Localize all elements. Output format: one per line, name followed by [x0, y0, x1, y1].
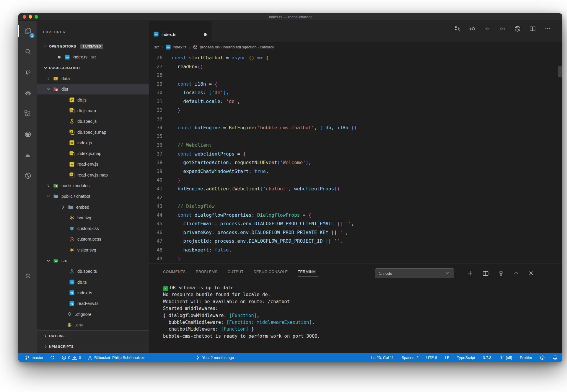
- status-item-you-2-months-ago[interactable]: You, 2 months ago: [195, 355, 234, 360]
- tree-item-visitor.svg[interactable]: visitor.svg: [37, 245, 149, 255]
- status-item-lf[interactable]: LF: [445, 355, 449, 360]
- terminal-cursor: [163, 340, 166, 345]
- mountain-icon[interactable]: [18, 145, 37, 165]
- indent-guide: [57, 277, 57, 288]
- tree-item-custom.css[interactable]: 3custom.css: [37, 223, 149, 234]
- tree-item-index.ts[interactable]: TSindex.ts: [37, 288, 149, 298]
- terminal-output[interactable]: ✓DB Schema is up to dateNo resource bund…: [149, 280, 562, 353]
- status-item-spaces-2[interactable]: Spaces: 2: [401, 355, 418, 360]
- status-item-bell[interactable]: [553, 355, 558, 360]
- breadcrumb-item[interactable]: TSindex.ts: [166, 45, 187, 50]
- nav-middle-icon[interactable]: [484, 25, 491, 33]
- status-item-3-7-3[interactable]: 3.7.3: [483, 355, 491, 360]
- svg-text:TS: TS: [154, 33, 158, 36]
- editor-area: TS index.ts src›TSindex.ts›process.on('u…: [149, 21, 562, 353]
- tree-item-index.js[interactable]: JSindex.js: [37, 138, 149, 148]
- status-item-bitbucket-philip-sch-nholzer[interactable]: Bitbucket: Philip Schönholzer:: [87, 355, 145, 360]
- line-number: 28: [149, 71, 162, 80]
- split-editor-icon[interactable]: [482, 270, 489, 277]
- status-item-utf-8[interactable]: UTF-8: [426, 355, 437, 360]
- tree-item-bot.svg[interactable]: bot.svg: [37, 213, 149, 223]
- tree-item-dist[interactable]: dist: [37, 84, 149, 94]
- indent-guide: [57, 234, 57, 244]
- tree-item-data[interactable]: data: [37, 73, 149, 84]
- git-compare-icon[interactable]: [454, 25, 461, 33]
- split-editor-icon[interactable]: [529, 25, 536, 33]
- vscode-window: index.ts — roche-chatbot 1 EXPLORER OPEN…: [18, 13, 562, 362]
- tree-item-read-env.js[interactable]: JSread-env.js: [37, 159, 149, 169]
- tree-item-db.js.map[interactable]: JSdb.js.map: [37, 105, 149, 116]
- panel-tab-terminal[interactable]: TERMINAL: [298, 270, 317, 277]
- breadcrumb-item[interactable]: src: [154, 45, 159, 49]
- tree-item-read-env.ts[interactable]: TSread-env.ts: [37, 298, 149, 309]
- more-icon[interactable]: [544, 25, 551, 33]
- panel-tab-comments[interactable]: COMMENTS: [163, 270, 186, 277]
- trash-icon[interactable]: [498, 270, 504, 277]
- code-line-36: 36 // Webclient: [149, 141, 562, 150]
- github-icon[interactable]: [18, 124, 37, 145]
- status-item-sync[interactable]: [50, 355, 55, 360]
- close-icon[interactable]: [528, 270, 534, 277]
- tree-item-.env[interactable]: .env: [37, 320, 149, 330]
- search-icon[interactable]: [18, 41, 37, 62]
- tree-item-public---chatbot[interactable]: public / chatbot: [37, 191, 149, 202]
- code-line-45: 45 clientEmail: process.env.DIALOGFLOW_P…: [149, 219, 562, 228]
- breadcrumb-item[interactable]: process.on('unhandledRejection') callbac…: [193, 45, 274, 50]
- editor-scrollbar[interactable]: [558, 66, 562, 77]
- extensions-icon[interactable]: [18, 103, 37, 124]
- status-item-smiley[interactable]: [540, 355, 545, 360]
- terminal-line: No resource bundle found for locale de.: [163, 291, 562, 298]
- tree-item-read-env.js.map[interactable]: JSread-env.js.map: [37, 170, 149, 180]
- status-item-prettier[interactable]: Prettier: [520, 355, 532, 360]
- zoom-window-button[interactable]: [35, 15, 38, 19]
- tree-item-index.js.map[interactable]: JSindex.js.map: [37, 148, 149, 159]
- status-item-typescript[interactable]: TypeScript: [457, 355, 475, 360]
- sidebar-section-outline[interactable]: OUTLINE: [37, 330, 149, 341]
- plus-icon[interactable]: [467, 270, 473, 277]
- tree-item-db.ts[interactable]: TSdb.ts: [37, 277, 149, 288]
- line-number: 49: [149, 254, 162, 263]
- tree-item-db.spec.ts[interactable]: db.spec.ts: [37, 266, 149, 277]
- code-editor[interactable]: 26const startChatbot = async () => {27 r…: [149, 52, 562, 264]
- status-item-0[interactable]: 00: [61, 355, 81, 360]
- terminal-line: bubbleCmsMiddleware: [Function: middlewa…: [163, 319, 562, 326]
- nav-back-icon[interactable]: [469, 25, 476, 33]
- minimize-window-button[interactable]: [29, 15, 32, 19]
- close-window-button[interactable]: [23, 15, 26, 19]
- run-circle-icon[interactable]: [514, 25, 521, 33]
- line-number: 36: [149, 141, 162, 150]
- folder-node-icon: [52, 183, 60, 188]
- debug-icon[interactable]: [18, 83, 37, 103]
- terminal-line: chatbotMiddleware: [Function] }: [163, 326, 562, 333]
- chevron-right-icon: [45, 183, 52, 188]
- tree-item-db.js[interactable]: JSdb.js: [37, 94, 149, 105]
- tree-item-custom.pcss[interactable]: custom.pcss: [37, 234, 149, 244]
- open-editor-item-index-ts[interactable]: TS index.ts src: [37, 52, 149, 62]
- status-item-off[interactable]: [off]: [499, 355, 512, 360]
- status-item-ln-23-col-11[interactable]: Ln 23, Col 11: [371, 355, 394, 360]
- tree-item-db.spec.js.map[interactable]: JSdb.spec.js.map: [37, 127, 149, 137]
- tab-index-ts[interactable]: TS index.ts: [149, 21, 211, 42]
- panel-tab-debug-console[interactable]: DEBUG CONSOLE: [254, 270, 288, 277]
- sidebar-section-npm-scripts[interactable]: NPM SCRIPTS: [37, 341, 149, 352]
- panel-tab-problems[interactable]: PROBLEMS: [196, 270, 217, 277]
- tree-item-embed[interactable]: embed: [37, 202, 149, 212]
- panel-tab-output[interactable]: OUTPUT: [227, 270, 243, 277]
- open-editors-section-header[interactable]: OPEN EDITORS 1 UNSAVED: [37, 41, 149, 52]
- tree-item-db.spec.js[interactable]: db.spec.js: [37, 116, 149, 127]
- source-control-icon[interactable]: [18, 62, 37, 83]
- status-item-master[interactable]: master: [25, 355, 43, 360]
- nav-forward-icon[interactable]: [499, 25, 506, 33]
- indent-guide: [57, 127, 57, 137]
- warning-icon: [72, 355, 77, 360]
- gitlens-icon[interactable]: [18, 165, 37, 186]
- chevron-up-icon[interactable]: [513, 270, 519, 277]
- settings-icon[interactable]: [18, 270, 37, 281]
- files-icon[interactable]: 1: [18, 21, 37, 41]
- modified-dot-icon[interactable]: [204, 33, 207, 36]
- tree-item-src[interactable]: src: [37, 255, 149, 266]
- terminal-select[interactable]: 1: node: [375, 268, 454, 278]
- tree-item-node-modules[interactable]: node_modules: [37, 180, 149, 191]
- workspace-section-header[interactable]: ROCHE-CHATBOT: [37, 63, 149, 73]
- tree-item-.cfignore[interactable]: .cfignore: [37, 309, 149, 319]
